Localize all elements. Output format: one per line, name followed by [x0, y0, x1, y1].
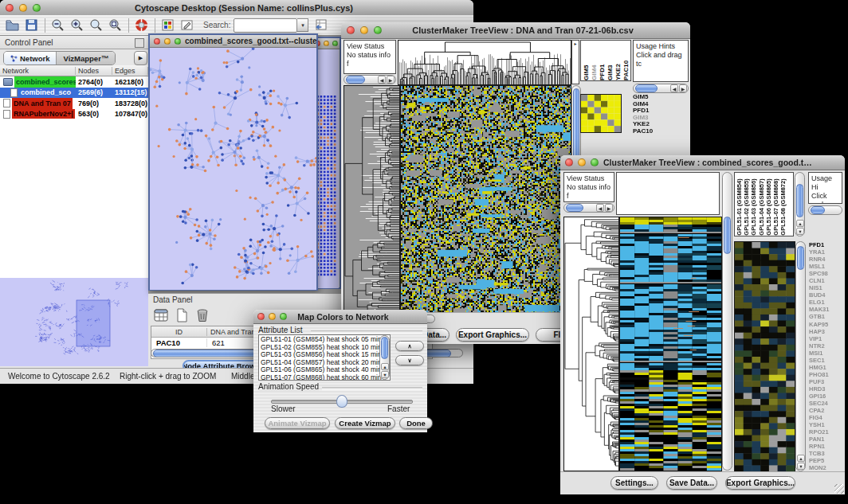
animation-speed-slider-thumb[interactable]	[336, 395, 347, 408]
network-row[interactable]: DNA and Tran 07769(0)183728(0)	[0, 98, 148, 109]
network-tree-empty-area[interactable]	[0, 119, 148, 279]
search-dropdown-icon[interactable]: ▾	[297, 18, 308, 32]
scrollbar-thumb[interactable]	[811, 206, 825, 214]
attribute-table-icon[interactable]	[153, 307, 169, 323]
scroll-up-icon[interactable]: ▲	[381, 363, 389, 370]
tv2-column-dendrogram-area[interactable]	[616, 172, 720, 215]
scroll-down-icon[interactable]: ▼	[797, 463, 805, 470]
tv1-zoom-matrix-canvas[interactable]	[580, 94, 622, 133]
network-row[interactable]: combined_sco2569(6)13112(15)	[0, 88, 148, 99]
scrollbar-thumb[interactable]	[346, 76, 365, 84]
minimize-icon[interactable]	[19, 4, 27, 12]
minimize-icon[interactable]	[324, 41, 329, 46]
network-row[interactable]: combined_scores2764(0)16218(0)	[0, 76, 148, 88]
minimize-icon[interactable]	[269, 313, 276, 320]
search-input[interactable]	[234, 18, 297, 33]
scrollbar-thumb[interactable]	[635, 84, 658, 92]
network-window-1-titlebar[interactable]: combined_scores_good.txt--cluste...	[150, 35, 316, 48]
annotation-icon[interactable]	[179, 18, 194, 33]
close-icon[interactable]	[6, 4, 14, 12]
attribute-item[interactable]: GPL51-02 (GSM855) heat shock 10 min	[261, 344, 388, 352]
treeview2-titlebar[interactable]: ClusterMaker TreeView : combined_scores_…	[560, 155, 845, 170]
tv2-hints-hscrollbar[interactable]	[808, 205, 842, 215]
create-vizmap-button[interactable]: Create Vizmap	[335, 417, 395, 429]
minimize-icon[interactable]	[164, 38, 171, 45]
close-icon[interactable]	[565, 158, 573, 166]
delete-attribute-trash-icon[interactable]	[194, 307, 210, 323]
tab-overflow-button[interactable]: ▶	[134, 51, 147, 65]
tv2-zoom-heatmap-canvas[interactable]	[734, 241, 795, 472]
move-attribute-up-button[interactable]: ∧	[395, 341, 424, 351]
attribute-item[interactable]: GPL51-01 (GSM854) heat shock 05 min	[261, 336, 388, 344]
tv2-zoom-vscrollbar[interactable]: ▲ ▼	[795, 241, 806, 471]
animate-vizmap-button[interactable]: Animate Vizmap	[265, 417, 330, 429]
done-button[interactable]: Done	[399, 417, 433, 429]
scroll-up-icon[interactable]: ▲	[797, 455, 805, 462]
tv1-hints-hscrollbar[interactable]: ◀▶	[633, 84, 689, 93]
close-icon[interactable]	[257, 313, 265, 320]
tv1-heatmap-canvas[interactable]	[400, 85, 571, 314]
help-lifering-icon[interactable]	[134, 18, 149, 33]
scroll-left-icon[interactable]: ◀	[670, 84, 678, 92]
tv2-settings-button[interactable]: Settings...	[610, 476, 658, 490]
network-row[interactable]: RNAPuberNov2+|563(0)107847(0)	[0, 109, 148, 120]
save-icon[interactable]	[24, 18, 39, 33]
scrollbar-thumb[interactable]	[381, 337, 388, 359]
tv2-row-dendrogram-canvas[interactable]	[563, 217, 619, 471]
minimize-icon[interactable]	[578, 158, 586, 166]
attribute-item[interactable]: GPL51-04 (GSM857) heat shock 20 min	[261, 359, 388, 367]
network-canvas[interactable]	[150, 48, 316, 290]
scroll-left-icon[interactable]: ◀	[378, 76, 386, 84]
resize-grip[interactable]	[834, 484, 844, 494]
minimize-icon[interactable]	[360, 26, 368, 34]
attribute-item[interactable]: GPL51-06 (GSM865) heat shock 40 min	[261, 366, 388, 374]
network-table-header[interactable]: Network Nodes Edges	[0, 65, 148, 76]
close-icon[interactable]	[154, 38, 160, 45]
zoom-window-icon[interactable]	[175, 38, 181, 45]
tv2-save-data-button[interactable]: Save Data...	[666, 476, 717, 490]
tv1-splitter-strip[interactable]: ▸	[571, 40, 579, 84]
tv1-status-hscrollbar[interactable]: ◀▶	[344, 75, 396, 84]
tv2-heatmap-vscrollbar[interactable]	[722, 172, 732, 471]
tab-vizmapper[interactable]: VizMapper™	[56, 52, 115, 64]
zoom-window-icon[interactable]	[332, 41, 338, 46]
scroll-right-icon[interactable]: ▶	[679, 84, 687, 92]
zoom-out-icon[interactable]	[50, 18, 65, 33]
zoom-window-icon[interactable]	[280, 313, 287, 320]
map-dialog-titlebar[interactable]: Map Colors to Network	[253, 310, 427, 324]
zoom-in-icon[interactable]	[69, 18, 84, 33]
attribute-item[interactable]: GPL51-03 (GSM856) heat shock 15 min	[261, 351, 388, 359]
treeview1-titlebar[interactable]: ClusterMaker TreeView : DNA and Tran 07-…	[341, 22, 690, 39]
new-attribute-icon[interactable]	[174, 307, 190, 323]
move-attribute-down-button[interactable]: ∨	[395, 355, 424, 365]
zoom-window-icon[interactable]	[591, 158, 599, 166]
tv1-column-dendrogram-canvas[interactable]	[398, 40, 571, 85]
scrollbar-thumb[interactable]	[566, 204, 583, 212]
tab-network[interactable]: Network	[4, 52, 56, 64]
tv2-collabel-vscrollbar[interactable]: ▲ ▼	[795, 172, 805, 236]
open-file-icon[interactable]	[5, 18, 20, 33]
tv2-export-graphics-button[interactable]: Export Graphics...	[725, 476, 795, 490]
zoom-fit-icon[interactable]	[108, 18, 123, 33]
zoom-window-icon[interactable]	[33, 4, 41, 12]
tv2-heatmap-canvas[interactable]	[619, 217, 722, 471]
tv2-status-hscrollbar[interactable]: ◀▶	[563, 203, 614, 213]
attribute-list[interactable]: GPL51-01 (GSM854) heat shock 05 minGPL51…	[258, 334, 391, 381]
tv1-row-dendrogram-canvas[interactable]	[344, 85, 400, 314]
vizmap-palette-icon[interactable]	[160, 18, 175, 33]
import-table-icon[interactable]	[313, 18, 328, 33]
scroll-left-icon[interactable]: ◀	[596, 204, 604, 212]
main-titlebar[interactable]: Cytoscape Desktop (Session Name: collins…	[0, 0, 473, 16]
tv1-export-graphics-button[interactable]: Export Graphics...	[456, 328, 529, 342]
close-icon[interactable]	[347, 26, 355, 34]
zoom-window-icon[interactable]	[374, 26, 382, 34]
scrollbar-thumb[interactable]	[797, 246, 804, 270]
birdseye-view-canvas[interactable]	[0, 278, 148, 366]
scroll-up-icon[interactable]: ▲	[796, 220, 804, 227]
float-panel-icon[interactable]	[135, 38, 144, 48]
attribute-list-vscrollbar[interactable]: ▲ ▼	[379, 335, 390, 380]
zoom-selected-icon[interactable]	[88, 18, 104, 33]
scroll-down-icon[interactable]: ▼	[381, 371, 389, 378]
scroll-right-icon[interactable]: ▶	[605, 204, 613, 212]
scroll-right-icon[interactable]: ▶	[387, 76, 395, 84]
